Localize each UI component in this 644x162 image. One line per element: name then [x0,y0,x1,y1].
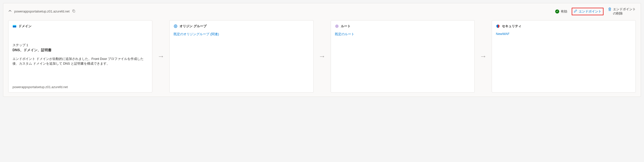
copy-icon[interactable] [72,9,76,13]
route-link[interactable]: 既定のルート [335,32,470,36]
panel-header: powerappsportalsetup.z01.azurefd.net 有効 … [8,7,636,16]
trash-icon [608,7,611,12]
pencil-icon [574,9,577,13]
route-card: ルート 既定のルート [331,20,475,93]
step-description: エンドポイント ドメインが自動的に追加されました。Front Door プロファ… [13,56,148,66]
domain-step: ステップ 1 DNS、ドメイン、証明書 エンドポイント ドメインが自動的に追加さ… [13,43,148,66]
collapse-toggle[interactable] [8,9,12,13]
cards-row: ドメイン ステップ 1 DNS、ドメイン、証明書 エンドポイント ドメインが自動… [8,20,636,93]
svg-point-4 [335,25,338,28]
route-icon [335,24,339,28]
svg-rect-0 [73,10,75,12]
arrow-icon: → [318,20,326,93]
status-label: 有効 [561,9,567,14]
header-left: powerappsportalsetup.z01.azurefd.net [8,9,555,13]
header-right: 有効 エンドポイント エンドポイント の削除 [555,7,636,16]
check-icon [555,9,559,13]
security-title: セキュリティ [502,24,521,28]
security-card-header: セキュリティ [496,24,631,28]
domain-card-header: ドメイン [13,24,148,28]
endpoint-url: powerappsportalsetup.z01.azurefd.net [14,9,70,13]
arrow-icon: → [157,20,165,93]
status-badge: 有効 [555,9,567,14]
step-label: ステップ 1 [13,43,148,47]
edit-endpoint-button[interactable]: エンドポイント [572,8,603,15]
security-card: セキュリティ NewWAF [492,20,636,93]
domain-footer: powerappsportalsetup.z01.azurefd.net [13,85,148,89]
svg-rect-2 [13,25,16,26]
endpoint-panel: powerappsportalsetup.z01.azurefd.net 有効 … [3,3,641,97]
delete-endpoint-button[interactable]: エンドポイント の削除 [608,7,636,16]
security-link[interactable]: NewWAF [496,32,631,36]
origin-card-header: オリジン グループ [174,24,309,28]
origin-card: オリジン グループ 既定のオリジングループ (関連) [169,20,313,93]
origin-title: オリジン グループ [180,24,207,28]
route-title: ルート [341,24,351,28]
edit-label: エンドポイント [579,9,601,14]
security-icon [496,24,500,28]
route-card-header: ルート [335,24,470,28]
domain-card: ドメイン ステップ 1 DNS、ドメイン、証明書 エンドポイント ドメインが自動… [8,20,152,93]
arrow-icon: → [479,20,487,93]
step-title: DNS、ドメイン、証明書 [13,48,148,52]
origin-link[interactable]: 既定のオリジングループ (関連) [174,32,309,36]
domain-title: ドメイン [19,24,32,28]
domain-icon [13,24,17,28]
origin-icon [174,24,178,28]
delete-label: エンドポイント の削除 [613,7,636,16]
